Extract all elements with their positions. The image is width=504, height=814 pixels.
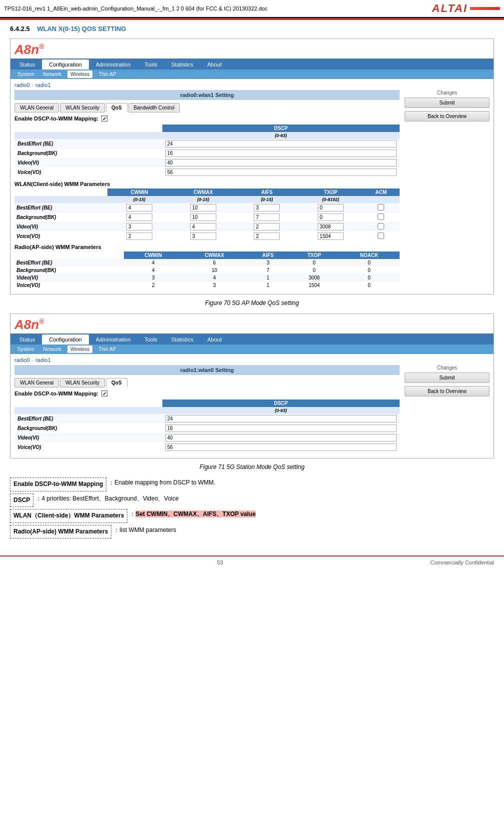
dscp-row-input[interactable]: [162, 414, 400, 424]
dscp-row-label: BestEffort (BE): [14, 414, 162, 424]
subnav-wireless-fig1[interactable]: Wireless: [67, 70, 92, 78]
wmm-aifs[interactable]: [235, 212, 299, 222]
tab-wlan-security-fig2[interactable]: WLAN Security: [60, 378, 105, 388]
dscp-row-input[interactable]: [162, 424, 400, 433]
settings-tabs-fig1[interactable]: WLAN General WLAN Security QoS Bandwidth…: [14, 103, 400, 112]
radio-wmm-cwmin: 2: [124, 282, 183, 289]
wmm-cwmin[interactable]: [107, 222, 171, 232]
tab-wlan-security-fig1[interactable]: WLAN Security: [60, 103, 105, 112]
subnav-network-fig2[interactable]: Network: [40, 346, 64, 353]
dscp-row-input[interactable]: [162, 433, 400, 442]
bottom-sep-3: ：Set CWMIN、CWMAX、AIFS、TXOP value: [129, 509, 255, 520]
nav-bar-fig1[interactable]: Status Configuration Administration Tool…: [10, 58, 494, 70]
enable-dscp-label-fig2: Enable DSCP-to-WMM Mapping:: [14, 390, 98, 396]
subnav-system-fig2[interactable]: System: [14, 346, 37, 353]
radio1-tab-fig1[interactable]: radio1: [35, 82, 51, 88]
back-btn-fig1[interactable]: Back to Overview: [405, 111, 490, 122]
enable-dscp-row-fig2: Enable DSCP-to-WMM Mapping: ✓: [14, 390, 400, 396]
radio-wmm-txop: 3008: [290, 274, 339, 282]
wmm-cwmax[interactable]: [171, 232, 235, 241]
dscp-row-input[interactable]: [162, 139, 400, 148]
radio-tabs-fig2: radio0 - radio1: [10, 354, 494, 363]
tab-qos-fig2[interactable]: QoS: [106, 378, 127, 388]
tab-bandwidth-fig1[interactable]: Bandwidth Control: [128, 103, 180, 112]
wmm-acm[interactable]: [363, 212, 400, 222]
radio-wmm-noack: 0: [339, 259, 400, 266]
subnav-bar-fig2[interactable]: System Network Wireless Thin AP: [10, 344, 494, 354]
wmm-cwmin[interactable]: [107, 232, 171, 241]
dscp-row-label: Video(VI): [14, 158, 162, 168]
tab-wlan-general-fig2[interactable]: WLAN General: [14, 378, 59, 388]
wmm-aifs[interactable]: [235, 232, 299, 241]
wmm-txop[interactable]: [299, 222, 363, 232]
radio-wmm-cwmax: 10: [183, 266, 246, 274]
wmm-cwmax[interactable]: [171, 222, 235, 232]
section-heading: 6.4.2.5 WLAN X(0-15) QOS SETTING: [10, 25, 494, 32]
a8n-logo-fig2: A8n®: [10, 314, 494, 334]
nav-about-fig2[interactable]: About: [200, 334, 229, 344]
wmm-aifs[interactable]: [235, 203, 299, 212]
radio-wmm-row: BestEffort (BE) 4 6 3 0 0: [14, 259, 400, 266]
enable-dscp-checkbox-fig2[interactable]: ✓: [101, 390, 107, 396]
nav-statistics-fig2[interactable]: Statistics: [164, 334, 200, 344]
wlan-wmm-row: Voice(VO): [14, 232, 400, 241]
bottom-label-3: WLAN（Client-side）WMM Parameters: [10, 509, 127, 523]
nav-configuration-fig1[interactable]: Configuration: [42, 60, 88, 70]
wmm-row-label: BestEffort (BE): [14, 203, 107, 212]
changes-label-fig1: Changes: [405, 90, 490, 96]
enable-dscp-checkbox-fig1[interactable]: ✓: [101, 116, 107, 122]
dscp-row-input[interactable]: [162, 442, 400, 452]
back-btn-fig2[interactable]: Back to Overview: [405, 386, 490, 396]
dscp-row-input[interactable]: [162, 148, 400, 158]
nav-status-fig2[interactable]: Status: [12, 334, 42, 344]
subnav-thinap-fig2[interactable]: Thin AP: [95, 346, 119, 353]
radio0-tab-fig1[interactable]: radio0: [14, 82, 30, 88]
submit-btn-fig1[interactable]: Submit: [405, 98, 490, 108]
submit-btn-fig2[interactable]: Submit: [405, 372, 490, 383]
tab-wlan-general-fig1[interactable]: WLAN General: [14, 103, 59, 112]
radio-wmm-label: BestEffort (BE): [14, 259, 124, 266]
dscp-section-fig2: Enable DSCP-to-WMM Mapping: ✓ DSCP (0-63…: [14, 390, 400, 452]
nav-bar-fig2[interactable]: Status Configuration Administration Tool…: [10, 334, 494, 344]
dscp-row-label: Voice(VO): [14, 442, 162, 452]
subnav-system-fig1[interactable]: System: [14, 70, 37, 78]
bottom-sep-2: ：4 priorities: BestEffort、Background、Vid…: [35, 494, 178, 504]
radio-wmm-cwmax: 3: [183, 282, 246, 289]
wmm-cwmin[interactable]: [107, 203, 171, 212]
radio0-tab-fig2[interactable]: radio0: [14, 357, 30, 363]
subnav-bar-fig1[interactable]: System Network Wireless Thin AP: [10, 70, 494, 79]
radio-wmm-row: Background(BK) 4 10 7 0 0: [14, 266, 400, 274]
dscp-row-input[interactable]: [162, 158, 400, 168]
wmm-txop[interactable]: [299, 232, 363, 241]
nav-about-fig1[interactable]: About: [200, 60, 229, 70]
dscp-row: Video(VI): [14, 433, 400, 442]
wmm-acm[interactable]: [363, 232, 400, 241]
nav-tools-fig1[interactable]: Tools: [137, 60, 164, 70]
subnav-thinap-fig1[interactable]: Thin AP: [95, 70, 119, 78]
wmm-aifs[interactable]: [235, 222, 299, 232]
radio-wmm-table-fig1: CWMIN CWMAX AIFS TXOP NOACK BestEffort (…: [14, 252, 400, 289]
nav-tools-fig2[interactable]: Tools: [137, 334, 164, 344]
nav-configuration-fig2[interactable]: Configuration: [42, 334, 88, 344]
bottom-item-2: DSCP ：4 priorities: BestEffort、Backgroun…: [10, 494, 494, 508]
wmm-acm[interactable]: [363, 203, 400, 212]
setting-main-fig2: radio1:wlan0 Setting WLAN General WLAN S…: [14, 365, 400, 456]
radio1-tab-fig2[interactable]: radio1: [35, 357, 51, 363]
wmm-acm[interactable]: [363, 222, 400, 232]
settings-tabs-fig2[interactable]: WLAN General WLAN Security QoS: [14, 378, 400, 388]
nav-administration-fig1[interactable]: Administration: [89, 60, 138, 70]
wmm-cwmin[interactable]: [107, 212, 171, 222]
wmm-txop[interactable]: [299, 212, 363, 222]
subnav-wireless-fig2[interactable]: Wireless: [67, 346, 92, 353]
tab-qos-fig1[interactable]: QoS: [106, 103, 127, 112]
wmm-cwmax[interactable]: [171, 203, 235, 212]
dscp-row-input[interactable]: [162, 168, 400, 177]
wmm-cwmax[interactable]: [171, 212, 235, 222]
nav-statistics-fig1[interactable]: Statistics: [164, 60, 200, 70]
radio-wmm-cwmin: 3: [124, 274, 183, 282]
wlan-wmm-title-fig1: WLAN(Client-side) WMM Parameters: [14, 181, 400, 187]
nav-status-fig1[interactable]: Status: [12, 60, 42, 70]
nav-administration-fig2[interactable]: Administration: [89, 334, 138, 344]
subnav-network-fig1[interactable]: Network: [40, 70, 64, 78]
wmm-txop[interactable]: [299, 203, 363, 212]
